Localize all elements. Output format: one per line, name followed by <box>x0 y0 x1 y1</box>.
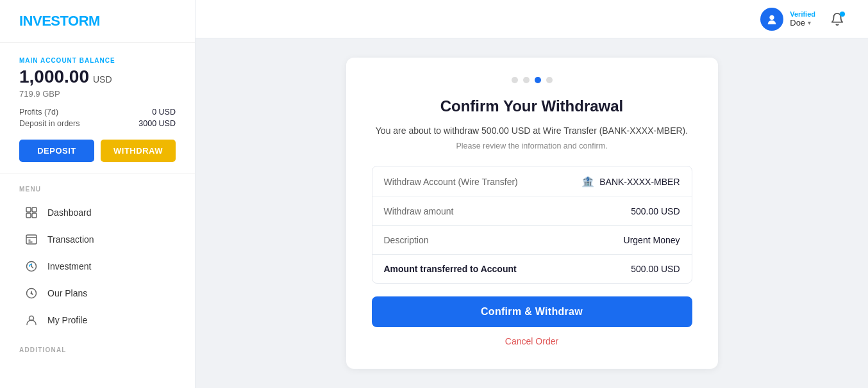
main-balance: 1,000.00 USD <box>19 67 176 87</box>
additional-label: ADDITIONAL <box>0 340 195 353</box>
row-label-account: Withdraw Account (Wire Transfer) <box>384 177 518 187</box>
sidebar-item-label-dashboard: Dashboard <box>47 207 92 218</box>
plans-icon <box>24 286 38 300</box>
table-row-transferred: Amount transferred to Account 500.00 USD <box>372 255 692 283</box>
topbar: Verified Doe ▾ <box>196 0 868 38</box>
deposit-orders-value: 3000 USD <box>138 119 176 128</box>
chevron-down-icon: ▾ <box>808 19 811 26</box>
card-note: Please review the information and confir… <box>372 141 692 150</box>
table-row-account: Withdraw Account (Wire Transfer) 🏦 BANK-… <box>372 166 692 197</box>
row-label-description: Description <box>384 235 429 245</box>
step-dot-2 <box>523 77 530 83</box>
svg-rect-1 <box>32 207 37 212</box>
account-label: MAIN ACCOUNT BALANCE <box>19 57 176 64</box>
svg-point-7 <box>31 293 33 295</box>
stepper-dots <box>372 77 692 83</box>
sidebar-item-my-profile[interactable]: My Profile <box>19 307 176 334</box>
user-info: Verified Doe ▾ <box>760 8 815 31</box>
account-value-text: BANK-XXXX-MBER <box>599 177 680 187</box>
action-buttons: DEPOSIT WITHDRAW <box>19 140 176 162</box>
transaction-icon <box>24 232 38 247</box>
row-value-transferred: 500.00 USD <box>631 264 680 274</box>
card-title: Confirm Your Withdrawal <box>372 97 692 115</box>
step-dot-1 <box>512 77 518 83</box>
menu-section: MENU Dashboard Trans <box>0 174 195 340</box>
detail-table: Withdraw Account (Wire Transfer) 🏦 BANK-… <box>372 166 692 284</box>
sidebar-item-label-our-plans: Our Plans <box>47 288 87 298</box>
sidebar: INVESTORM MAIN ACCOUNT BALANCE 1,000.00 … <box>0 0 196 388</box>
row-value-amount: 500.00 USD <box>631 206 680 216</box>
logo-area: INVESTORM <box>0 0 195 43</box>
verified-badge: Verified <box>790 10 815 18</box>
profile-icon <box>24 313 38 327</box>
username[interactable]: Doe ▾ <box>790 18 815 28</box>
balance-currency: USD <box>93 74 112 85</box>
user-text: Verified Doe ▾ <box>790 10 815 28</box>
sidebar-item-label-investment: Investment <box>47 261 91 271</box>
profits-value: 0 USD <box>152 108 176 117</box>
username-text: Doe <box>790 18 805 28</box>
sidebar-item-label-my-profile: My Profile <box>47 315 87 325</box>
svg-rect-2 <box>26 213 31 218</box>
row-label-transferred: Amount transferred to Account <box>384 264 517 274</box>
main-content: Verified Doe ▾ Confir <box>196 0 868 388</box>
svg-rect-0 <box>26 207 31 212</box>
logo: INVESTORM <box>19 13 176 29</box>
table-row-amount: Withdraw amount 500.00 USD <box>372 197 692 226</box>
sidebar-item-investment[interactable]: Investment <box>19 253 176 280</box>
notification-bell[interactable] <box>826 8 849 31</box>
investment-icon <box>24 259 38 273</box>
withdrawal-card: Confirm Your Withdrawal You are about to… <box>346 58 718 369</box>
logo-text-end: RM <box>79 13 100 29</box>
step-dot-3 <box>535 77 541 83</box>
page-body: Confirm Your Withdrawal You are about to… <box>196 38 868 388</box>
row-value-account: 🏦 BANK-XXXX-MBER <box>581 175 680 188</box>
step-dot-4 <box>546 77 553 83</box>
profits-row: Profits (7d) 0 USD <box>19 108 176 117</box>
sidebar-item-label-transaction: Transaction <box>47 234 94 245</box>
deposit-orders-row: Deposit in orders 3000 USD <box>19 119 176 128</box>
withdraw-button[interactable]: WITHDRAW <box>101 140 176 162</box>
confirm-withdraw-button[interactable]: Confirm & Withdraw <box>372 296 692 327</box>
account-section: MAIN ACCOUNT BALANCE 1,000.00 USD 719.9 … <box>0 43 195 174</box>
deposit-button[interactable]: DEPOSIT <box>19 140 94 162</box>
logo-text-start: INVEST <box>19 13 68 29</box>
profits-label: Profits (7d) <box>19 108 58 117</box>
row-label-amount: Withdraw amount <box>384 206 454 216</box>
table-row-description: Description Urgent Money <box>372 226 692 255</box>
cancel-order-link[interactable]: Cancel Order <box>372 336 692 346</box>
svg-rect-3 <box>32 213 37 218</box>
sidebar-item-transaction[interactable]: Transaction <box>19 226 176 253</box>
deposit-orders-label: Deposit in orders <box>19 119 80 128</box>
row-value-description: Urgent Money <box>624 235 680 245</box>
card-subtitle: You are about to withdraw 500.00 USD at … <box>372 124 692 138</box>
bank-icon: 🏦 <box>581 175 594 188</box>
svg-point-9 <box>770 15 774 19</box>
sidebar-item-our-plans[interactable]: Our Plans <box>19 280 176 307</box>
avatar <box>760 8 783 31</box>
logo-highlight: O <box>68 13 79 29</box>
notification-dot <box>840 12 845 17</box>
svg-rect-4 <box>26 235 37 244</box>
menu-label: MENU <box>19 186 176 193</box>
sidebar-item-dashboard[interactable]: Dashboard <box>19 199 176 226</box>
balance-secondary: 719.9 GBP <box>19 89 176 99</box>
dashboard-icon <box>24 206 38 220</box>
balance-value: 1,000.00 <box>19 67 89 87</box>
